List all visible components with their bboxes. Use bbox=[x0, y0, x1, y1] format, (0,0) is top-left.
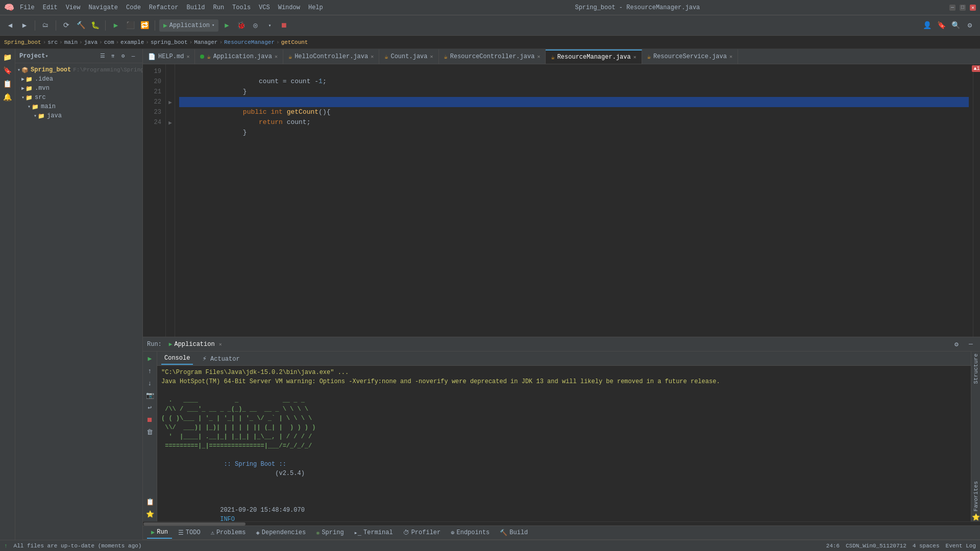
menu-file[interactable]: File bbox=[17, 3, 37, 12]
breadcrumb-resourcemanager[interactable]: ResourceManager bbox=[224, 39, 275, 45]
favorites-icon[interactable]: ⭐ bbox=[972, 513, 980, 521]
run-screenshot-btn[interactable]: 📷 bbox=[145, 390, 155, 400]
maximize-button[interactable]: □ bbox=[960, 5, 966, 11]
sidebar-bookmark-icon[interactable]: 🔖 bbox=[2, 64, 14, 77]
bottom-tab-run[interactable]: ▶ Run bbox=[147, 527, 172, 539]
code-editor[interactable]: 19 20 21 22 23 24 ▶ ▶ bbox=[143, 64, 980, 337]
menu-tools[interactable]: Tools bbox=[230, 3, 253, 12]
structure-label[interactable]: Structure bbox=[972, 352, 980, 386]
toolbar-run-coverage-btn[interactable]: ◎ bbox=[249, 19, 261, 32]
run-config-selector[interactable]: ▶ Application ▾ bbox=[159, 19, 218, 32]
toolbar-debug-btn[interactable]: 🐛 bbox=[89, 19, 101, 32]
toolbar-more-run-btn[interactable]: ▾ bbox=[263, 19, 276, 32]
toolbar-debug-app-btn[interactable]: 🐞 bbox=[235, 19, 247, 32]
breadcrumb-example[interactable]: example bbox=[120, 39, 144, 45]
toolbar-stop-btn[interactable]: ⬛ bbox=[124, 19, 136, 32]
minimize-button[interactable]: — bbox=[949, 5, 955, 11]
run-app-tab[interactable]: ▶ Application ✕ bbox=[166, 340, 225, 348]
tree-mvn[interactable]: ▶ 📁 .mvn bbox=[15, 84, 142, 93]
breadcrumb-main[interactable]: main bbox=[64, 39, 78, 45]
tab-help-close[interactable]: ✕ bbox=[186, 54, 189, 60]
actuator-tab[interactable]: ⚡ Actuator bbox=[199, 352, 242, 365]
run-play-btn[interactable]: ▶ bbox=[145, 354, 155, 364]
tab-rm-close[interactable]: ✕ bbox=[633, 54, 636, 60]
encoding-label[interactable]: CSDN_Win0_51120712 bbox=[846, 543, 906, 549]
breadcrumb-src[interactable]: src bbox=[47, 39, 58, 45]
tree-root[interactable]: ▾ 📦 Spring_boot F:\Programming\Spring_bo… bbox=[15, 65, 142, 74]
sidebar-structure-icon[interactable]: 📋 bbox=[2, 78, 14, 90]
event-log-label[interactable]: Event Log bbox=[946, 543, 976, 549]
menu-window[interactable]: Window bbox=[276, 3, 303, 12]
tab-rs-close[interactable]: ✕ bbox=[729, 54, 732, 60]
bottom-tab-dependencies[interactable]: ◈ Dependencies bbox=[252, 528, 310, 538]
scope-icon[interactable]: ☰ bbox=[97, 51, 108, 61]
tab-application-java[interactable]: ☕ Application.java ✕ bbox=[195, 49, 283, 64]
fold-arrow[interactable]: ▶ bbox=[168, 99, 172, 106]
tab-count-java[interactable]: ☕ Count.java ✕ bbox=[379, 49, 438, 64]
tab-app-close[interactable]: ✕ bbox=[275, 54, 278, 60]
tree-java[interactable]: ▾ 📁 java bbox=[15, 111, 142, 120]
bottom-tab-spring[interactable]: ❋ Spring bbox=[312, 528, 348, 538]
gutter-6[interactable]: ▶ bbox=[166, 117, 175, 128]
indent-label[interactable]: 4 spaces bbox=[913, 543, 940, 549]
toolbar-forward-btn[interactable]: ▶ bbox=[18, 19, 31, 32]
breadcrumb-manager[interactable]: Manager bbox=[194, 39, 217, 45]
menu-refactor[interactable]: Refactor bbox=[146, 3, 181, 12]
run-stop-btn[interactable]: ⏹ bbox=[145, 415, 155, 425]
toolbar-bookmark-btn[interactable]: 🔖 bbox=[935, 19, 947, 32]
tab-rc-close[interactable]: ✕ bbox=[537, 54, 540, 60]
menu-build[interactable]: Build bbox=[184, 3, 207, 12]
tree-src[interactable]: ▾ 📁 src bbox=[15, 93, 142, 102]
toolbar-reload-btn[interactable]: 🔁 bbox=[138, 19, 151, 32]
breadcrumb-springboot[interactable]: spring_boot bbox=[151, 39, 188, 45]
run-favorites-icon[interactable]: ⭐ bbox=[145, 509, 155, 519]
menu-run[interactable]: Run bbox=[210, 3, 227, 12]
fold-arrow-2[interactable]: ▶ bbox=[168, 119, 172, 126]
tab-count-close[interactable]: ✕ bbox=[430, 54, 433, 60]
run-app-close[interactable]: ✕ bbox=[219, 341, 222, 347]
run-scroll-up-btn[interactable]: ↑ bbox=[145, 366, 155, 376]
run-scroll-down-btn[interactable]: ↓ bbox=[145, 378, 155, 388]
tab-hello-controller[interactable]: ☕ HelloController.java ✕ bbox=[283, 49, 379, 64]
file-panel-close-icon[interactable]: — bbox=[128, 51, 138, 61]
run-structure-icon[interactable]: 📋 bbox=[145, 497, 155, 507]
menu-help[interactable]: Help bbox=[306, 3, 326, 12]
bottom-tab-terminal[interactable]: ▸_ Terminal bbox=[350, 528, 397, 538]
breadcrumb-com[interactable]: com bbox=[104, 39, 114, 45]
error-badge[interactable]: ▲1 bbox=[972, 65, 981, 72]
code-content[interactable]: count = count -1; } public int getCount(… bbox=[175, 64, 973, 337]
sidebar-notifications-icon[interactable]: 🔔 bbox=[2, 91, 14, 103]
console-tab[interactable]: Console bbox=[161, 353, 193, 365]
file-panel-settings-icon[interactable]: ⚙ bbox=[118, 51, 128, 61]
run-settings-icon[interactable]: ⚙ bbox=[951, 339, 962, 349]
horizontal-scrollbar[interactable] bbox=[143, 521, 980, 525]
tab-resource-manager[interactable]: ☕ ResourceManager.java ✕ bbox=[546, 49, 642, 64]
run-close-btn[interactable]: 🗑 bbox=[145, 427, 155, 437]
toolbar-run-app-btn[interactable]: ▶ bbox=[220, 19, 233, 32]
sidebar-project-icon[interactable]: 📁 bbox=[2, 51, 14, 63]
close-button[interactable]: ✕ bbox=[970, 5, 976, 11]
breadcrumb-project[interactable]: Spring_boot bbox=[4, 39, 41, 45]
toolbar-run2-btn[interactable]: ▶ bbox=[110, 19, 122, 32]
favorites-label[interactable]: Favorites bbox=[972, 479, 980, 513]
run-wrap-btn[interactable]: ↩ bbox=[145, 403, 155, 413]
bottom-tab-problems[interactable]: ⚠ Problems bbox=[207, 528, 250, 538]
run-minimize-icon[interactable]: — bbox=[966, 339, 976, 349]
toolbar-sync-btn[interactable]: ⟳ bbox=[60, 19, 72, 32]
toolbar-settings-btn[interactable]: ⚙ bbox=[964, 19, 976, 32]
toolbar-project-btn[interactable]: 🗂 bbox=[39, 19, 52, 32]
menu-navigate[interactable]: Navigate bbox=[86, 3, 120, 12]
run-console[interactable]: "C:\Program Files\Java\jdk-15.0.2\bin\ja… bbox=[157, 366, 971, 521]
menu-vcs[interactable]: VCS bbox=[256, 3, 273, 12]
menu-view[interactable]: View bbox=[63, 3, 83, 12]
toolbar-back-btn[interactable]: ◀ bbox=[4, 19, 16, 32]
breadcrumb-getcount[interactable]: getCount bbox=[281, 39, 308, 45]
tab-resource-controller[interactable]: ☕ ResourceController.java ✕ bbox=[439, 49, 546, 64]
breadcrumb-java[interactable]: java bbox=[84, 39, 97, 45]
tab-help-md[interactable]: 📄 HELP.md ✕ bbox=[143, 49, 195, 64]
collapse-all-icon[interactable]: ⇈ bbox=[108, 51, 118, 61]
menu-code[interactable]: Code bbox=[124, 3, 143, 12]
toolbar-search-everywhere-btn[interactable]: 🔍 bbox=[949, 19, 962, 32]
toolbar-stop2-btn[interactable]: ⏹ bbox=[278, 19, 290, 32]
bottom-tab-profiler[interactable]: ⏱ Profiler bbox=[399, 528, 445, 538]
